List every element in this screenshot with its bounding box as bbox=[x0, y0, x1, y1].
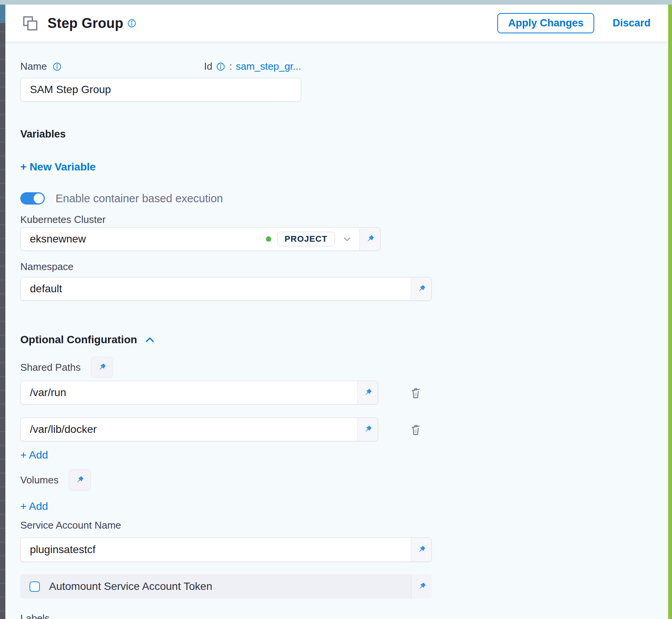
shared-path-input[interactable] bbox=[21, 381, 357, 404]
shared-path-input[interactable] bbox=[21, 418, 357, 441]
scope-badge: PROJECT bbox=[277, 232, 335, 246]
namespace-input[interactable] bbox=[21, 277, 411, 300]
background-left-strip-top bbox=[0, 5, 5, 23]
automount-checkbox[interactable] bbox=[30, 581, 40, 592]
config-panel: Step Group Apply Changes Discard Name bbox=[5, 5, 668, 619]
name-label-group: Name bbox=[20, 61, 62, 72]
service-account-label: Service Account Name bbox=[20, 519, 668, 531]
kubernetes-cluster-value: eksnewnew bbox=[30, 233, 86, 245]
shared-path-field bbox=[20, 381, 378, 404]
background-left-strip bbox=[0, 5, 5, 619]
panel-header: Step Group Apply Changes Discard bbox=[5, 5, 668, 42]
pin-icon[interactable] bbox=[411, 277, 431, 300]
title-info-icon[interactable] bbox=[127, 19, 136, 28]
id-group: Id : sam_step_gr... bbox=[204, 61, 301, 72]
step-group-icon bbox=[21, 15, 39, 32]
pin-icon[interactable] bbox=[411, 538, 431, 562]
id-separator: : bbox=[229, 61, 232, 72]
step-group-drawer: Step Group Apply Changes Discard Name bbox=[0, 0, 672, 619]
labels-label: Labels bbox=[20, 612, 668, 619]
name-info-icon[interactable] bbox=[52, 62, 62, 71]
container-execution-label: Enable container based execution bbox=[56, 192, 223, 205]
top-edge-bar bbox=[0, 0, 672, 5]
shared-path-field bbox=[20, 418, 378, 441]
pin-icon[interactable] bbox=[91, 357, 113, 378]
kubernetes-cluster-field: eksnewnew PROJECT bbox=[20, 227, 380, 251]
pin-icon[interactable] bbox=[357, 381, 378, 404]
automount-label: Automount Service Account Token bbox=[49, 580, 212, 593]
name-input[interactable] bbox=[20, 78, 301, 102]
volumes-row: Volumes bbox=[20, 469, 668, 491]
toggle-knob bbox=[34, 193, 44, 203]
kubernetes-cluster-select[interactable]: eksnewnew PROJECT bbox=[21, 228, 359, 251]
chevron-up-icon[interactable] bbox=[144, 334, 156, 346]
name-id-row: Name Id : sam_step_gr... bbox=[20, 61, 301, 72]
background-right-strip bbox=[668, 5, 672, 619]
variables-heading: Variables bbox=[20, 128, 668, 140]
id-value[interactable]: sam_step_gr... bbox=[236, 61, 301, 72]
pin-icon[interactable] bbox=[411, 574, 432, 599]
trash-icon[interactable] bbox=[408, 421, 423, 437]
apply-changes-button[interactable]: Apply Changes bbox=[497, 13, 594, 33]
add-volume-link[interactable]: + Add bbox=[20, 500, 48, 513]
id-info-icon[interactable] bbox=[216, 62, 225, 71]
page-title: Step Group bbox=[48, 15, 123, 31]
add-shared-path-link[interactable]: + Add bbox=[20, 449, 48, 461]
namespace-field bbox=[20, 277, 432, 301]
discard-button[interactable]: Discard bbox=[613, 17, 651, 29]
container-execution-row: Enable container based execution bbox=[20, 189, 668, 208]
container-execution-toggle[interactable] bbox=[20, 192, 45, 205]
name-label: Name bbox=[20, 61, 47, 72]
optional-configuration-heading: Optional Configuration bbox=[20, 334, 137, 346]
panel-body: Name Id : sam_step_gr... bbox=[5, 42, 668, 619]
shared-paths-label: Shared Paths bbox=[20, 362, 81, 373]
shared-path-row bbox=[20, 381, 668, 404]
trash-icon[interactable] bbox=[408, 385, 423, 401]
pin-icon[interactable] bbox=[359, 228, 380, 251]
optional-configuration-row: Optional Configuration bbox=[20, 334, 668, 346]
pin-icon[interactable] bbox=[69, 469, 91, 491]
volumes-label: Volumes bbox=[20, 474, 59, 486]
shared-path-row bbox=[20, 418, 668, 441]
automount-token-row: Automount Service Account Token bbox=[20, 574, 432, 599]
kubernetes-cluster-label: Kubernetes Cluster bbox=[20, 214, 668, 226]
shared-paths-row: Shared Paths bbox=[20, 357, 668, 378]
service-account-input[interactable] bbox=[21, 538, 411, 562]
new-variable-link[interactable]: + New Variable bbox=[20, 161, 96, 173]
namespace-label: Namespace bbox=[20, 261, 668, 273]
chevron-down-icon[interactable] bbox=[342, 234, 352, 244]
id-label: Id bbox=[204, 61, 213, 72]
pin-icon[interactable] bbox=[357, 418, 378, 441]
connector-status-dot bbox=[266, 236, 271, 242]
service-account-field bbox=[20, 537, 432, 562]
